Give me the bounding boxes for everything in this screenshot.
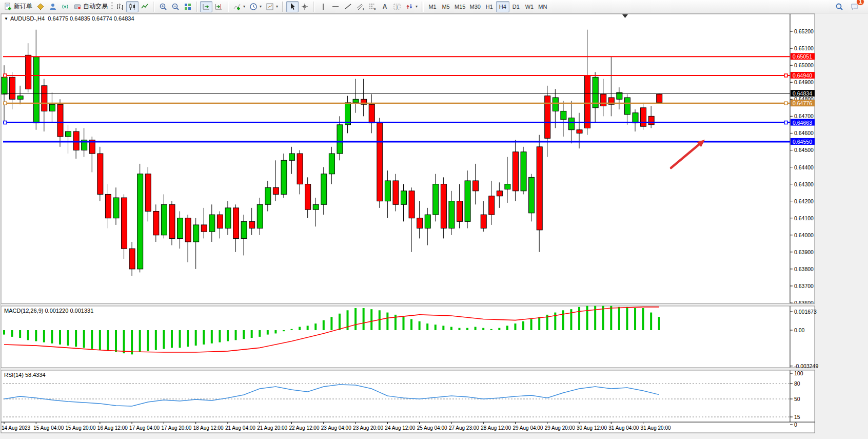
- profiles-button[interactable]: [47, 1, 59, 12]
- symbol-dropdown-icon: ▼: [4, 16, 8, 21]
- horizontal-line-button[interactable]: [329, 1, 342, 12]
- vertical-line-icon: [319, 3, 327, 11]
- equidistant-channel-button[interactable]: E: [354, 1, 366, 12]
- auto-trading-button[interactable]: 自动交易: [71, 1, 110, 12]
- indicators-button[interactable]: ▾: [231, 1, 247, 12]
- svg-text:0.63700: 0.63700: [794, 283, 814, 289]
- svg-text:15 Aug 04:00: 15 Aug 04:00: [33, 425, 64, 431]
- timeframe-h4-button[interactable]: H4: [496, 1, 509, 12]
- text-button[interactable]: A: [379, 1, 391, 12]
- svg-text:80: 80: [794, 380, 800, 387]
- chart-canvas[interactable]: 0.652000.651000.650000.649000.648000.647…: [0, 0, 868, 439]
- macd-indicator-label: MACD(12,26,9) 0.001220 0.001331: [4, 308, 93, 314]
- svg-text:0.64776: 0.64776: [793, 100, 812, 106]
- svg-text:0.64600: 0.64600: [794, 130, 814, 136]
- svg-text:0.64500: 0.64500: [794, 147, 814, 153]
- svg-text:0.64550: 0.64550: [793, 139, 812, 145]
- svg-text:0.64100: 0.64100: [794, 215, 814, 221]
- candlestick-chart-icon: [128, 3, 136, 11]
- crosshair-button[interactable]: [299, 1, 311, 12]
- svg-text:0.65200: 0.65200: [794, 28, 814, 34]
- cursor-button[interactable]: [286, 1, 299, 12]
- svg-text:0.64000: 0.64000: [794, 232, 814, 238]
- toolbar-separator: [282, 2, 284, 12]
- arrows-button[interactable]: ▾: [403, 1, 420, 12]
- new-order-button[interactable]: 新订单: [2, 1, 34, 12]
- timeframe-h1-button[interactable]: H1: [483, 1, 496, 12]
- trendline-button[interactable]: [342, 1, 354, 12]
- svg-text:22 Aug 12:00: 22 Aug 12:00: [289, 425, 320, 431]
- svg-text:100: 100: [794, 370, 803, 376]
- profiles-icon: [49, 3, 57, 11]
- zoom-out-icon: [171, 3, 180, 11]
- zoom-in-button[interactable]: [157, 1, 169, 12]
- svg-text:0.65000: 0.65000: [794, 62, 814, 68]
- toolbar-separator: [227, 2, 229, 12]
- fibonacci-button[interactable]: F: [366, 1, 379, 12]
- templates-dropdown-caret: ▾: [276, 4, 278, 9]
- auto-scroll-button[interactable]: [200, 1, 212, 12]
- toolbar-separator: [313, 2, 315, 12]
- zoom-out-button[interactable]: [169, 1, 182, 12]
- fibonacci-icon: F: [368, 3, 377, 11]
- svg-text:0.63800: 0.63800: [794, 266, 814, 272]
- arrows-icon: [405, 3, 413, 11]
- bar-chart-button[interactable]: [114, 1, 126, 12]
- market-watch-icon: [36, 3, 45, 11]
- svg-text:-0.003249: -0.003249: [794, 363, 818, 369]
- auto-scroll-icon: [202, 3, 210, 11]
- text-label-icon: T: [393, 3, 401, 11]
- svg-text:0.64700: 0.64700: [794, 113, 814, 119]
- templates-button[interactable]: ▾: [264, 1, 280, 12]
- periods-dropdown-caret: ▾: [260, 4, 262, 9]
- text-label-button[interactable]: T: [391, 1, 403, 12]
- ohlc-readout: 0.64775 0.64835 0.64774 0.64834: [48, 15, 134, 22]
- horizontal-line-icon: [331, 3, 340, 11]
- new-order-icon: [4, 3, 12, 11]
- svg-text:0.64834: 0.64834: [793, 90, 812, 97]
- timeframe-m5-button[interactable]: M5: [439, 1, 452, 12]
- svg-text:15 Aug 20:00: 15 Aug 20:00: [66, 425, 96, 431]
- clock-icon: [249, 3, 258, 11]
- svg-text:0.65100: 0.65100: [794, 45, 814, 51]
- chart-shift-button[interactable]: [212, 1, 225, 12]
- svg-text:14 Aug 2023: 14 Aug 2023: [2, 425, 31, 431]
- crosshair-icon: [301, 3, 309, 11]
- signals-icon: [61, 3, 69, 11]
- market-watch-button[interactable]: [34, 1, 47, 12]
- indicators-dropdown-caret: ▾: [243, 4, 245, 9]
- timeframe-m1-button[interactable]: M1: [426, 1, 439, 12]
- arrows-dropdown-caret: ▾: [416, 4, 418, 9]
- rsi-indicator-label: RSI(14) 58.4334: [4, 372, 46, 378]
- auto-trading-icon: [73, 3, 82, 11]
- symbol-title[interactable]: ▼AUDUSD-,H4 0.64775 0.64835 0.64774 0.64…: [4, 15, 134, 22]
- periods-button[interactable]: ▾: [247, 1, 264, 12]
- tile-windows-button[interactable]: [182, 1, 194, 12]
- search-button[interactable]: [833, 1, 845, 12]
- auto-trading-label: 自动交易: [83, 2, 108, 11]
- svg-text:15: 15: [794, 414, 800, 420]
- svg-text:23 Aug 04:00: 23 Aug 04:00: [321, 425, 351, 431]
- timeframe-w1-button[interactable]: W1: [523, 1, 536, 12]
- svg-text:0.65051: 0.65051: [793, 53, 812, 60]
- svg-text:18 Aug 12:00: 18 Aug 12:00: [193, 425, 224, 431]
- signals-button[interactable]: [59, 1, 71, 12]
- vertical-line-button[interactable]: [317, 1, 329, 12]
- svg-text:29 Aug 04:00: 29 Aug 04:00: [512, 425, 543, 431]
- timeframe-d1-button[interactable]: D1: [509, 1, 523, 12]
- svg-text:27 Aug 23:00: 27 Aug 23:00: [449, 425, 479, 431]
- text-icon: A: [381, 3, 389, 11]
- svg-text:0: 0: [794, 422, 797, 428]
- timeframe-m30-button[interactable]: M30: [467, 1, 482, 12]
- svg-text:A: A: [383, 3, 387, 10]
- svg-text:21 Aug 20:00: 21 Aug 20:00: [257, 425, 287, 431]
- candlestick-chart-button[interactable]: [126, 1, 139, 12]
- timeframe-m15-button[interactable]: M15: [452, 1, 467, 12]
- symbol-period: AUDUSD-,H4: [10, 15, 45, 22]
- svg-text:24 Aug 12:00: 24 Aug 12:00: [385, 425, 415, 431]
- templates-icon: [266, 3, 274, 11]
- line-chart-button[interactable]: [139, 1, 151, 12]
- svg-text:0.64940: 0.64940: [793, 72, 812, 79]
- timeframe-mn-button[interactable]: MN: [536, 1, 549, 12]
- svg-text:16 Aug 12:00: 16 Aug 12:00: [97, 425, 128, 431]
